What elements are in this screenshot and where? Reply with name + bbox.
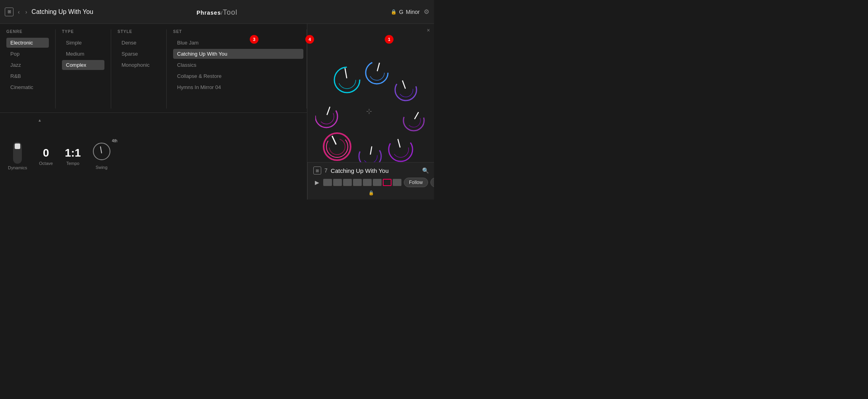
swing-control: 4th 4th Swing	[93, 143, 110, 170]
play-button[interactable]: ▶	[313, 179, 321, 186]
genre-label: GENRE	[6, 29, 49, 34]
genre-item-cinematic[interactable]: Cinematic	[6, 82, 49, 92]
forward-button[interactable]: ›	[24, 9, 29, 15]
wheel-circle-4[interactable]	[403, 110, 424, 131]
type-item-complex[interactable]: Complex	[62, 60, 104, 70]
octave-control: 0 Octave	[39, 147, 53, 166]
close-button[interactable]: ×	[427, 27, 430, 33]
wheel-circle-5[interactable]	[389, 138, 413, 161]
header-right: 🔒 G Minor ⚙	[391, 8, 429, 15]
wheel-container: ⊹	[315, 56, 426, 167]
set-label: SET	[173, 29, 307, 34]
svg-line-15	[332, 136, 336, 145]
wheel-circle-3[interactable]	[395, 79, 417, 101]
header: ⊞ ‹ › Catching Up With You Phrases/Tool …	[0, 0, 434, 24]
key-note: G	[399, 9, 403, 15]
svg-line-10	[398, 139, 400, 147]
octave-value: 0	[43, 147, 49, 159]
svg-point-5	[399, 83, 413, 97]
style-column: STYLE Dense Sparse Monophonic	[111, 29, 167, 108]
set-item-catchingup[interactable]: Catching Up With You	[173, 49, 303, 59]
playback-header: ⊞ 7 Catching Up With You 🔍	[313, 167, 429, 174]
lock-icon: 🔒	[391, 9, 397, 15]
svg-line-8	[415, 112, 419, 119]
style-item-sparse[interactable]: Sparse	[118, 49, 160, 59]
wheel-panel: × 1 2 3 4 ⊹	[307, 24, 434, 200]
header-center: Phrases/Tool	[197, 7, 237, 17]
genre-item-jazz[interactable]: Jazz	[6, 60, 49, 70]
genre-item-electronic[interactable]: Electronic	[6, 38, 49, 48]
annotation-4: 4	[305, 35, 314, 44]
dynamics-slider[interactable]	[13, 142, 22, 164]
dynamics-thumb	[15, 143, 20, 149]
genre-column: GENRE Electronic Pop Jazz R&B Cinematic	[0, 29, 56, 108]
octave-label: Octave	[39, 161, 53, 166]
seq-block-5[interactable]	[363, 179, 372, 186]
playback-app-icon: ⊞	[313, 167, 321, 174]
svg-text:⊹: ⊹	[366, 107, 372, 115]
wheel-circle-7-outer[interactable]	[324, 133, 351, 160]
set-item-bluejam[interactable]: Blue Jam	[173, 38, 303, 48]
style-item-monophonic[interactable]: Monophonic	[118, 60, 160, 70]
settings-button[interactable]: ⚙	[424, 8, 429, 15]
svg-point-3	[369, 65, 384, 80]
seq-block-1[interactable]	[323, 179, 332, 186]
app-logo: Phrases/Tool	[197, 7, 237, 17]
style-item-dense[interactable]: Dense	[118, 38, 160, 48]
swing-line	[100, 146, 102, 153]
seq-block-8[interactable]	[393, 179, 401, 186]
type-item-medium[interactable]: Medium	[62, 49, 104, 59]
app-icon: ⊞	[5, 8, 14, 16]
type-item-simple[interactable]: Simple	[62, 38, 104, 48]
set-list: Blue Jam Catching Up With You Classics C…	[173, 38, 307, 93]
svg-point-7	[407, 114, 420, 127]
tempo-control: 1:1 Tempo	[65, 147, 81, 166]
set-item-hymns[interactable]: Hymns In Mirror 04	[173, 82, 303, 92]
lock-bottom-icon: 🔒	[368, 190, 374, 196]
seq-block-3[interactable]	[343, 179, 352, 186]
tempo-value: 1:1	[65, 147, 81, 159]
annotation-3: 3	[250, 35, 258, 44]
seq-block-4[interactable]	[353, 179, 362, 186]
seq-block-7[interactable]	[383, 179, 392, 186]
app-container: ⊞ ‹ › Catching Up With You Phrases/Tool …	[0, 0, 434, 200]
dynamics-control: Dynamics	[8, 142, 27, 170]
filters-area: GENRE Electronic Pop Jazz R&B Cinematic …	[0, 24, 307, 200]
svg-point-9	[393, 141, 409, 157]
set-item-collapse[interactable]: Collapse & Restore	[173, 71, 303, 81]
genre-item-rnb[interactable]: R&B	[6, 71, 49, 81]
svg-point-11	[363, 149, 377, 163]
key-scale: Minor	[406, 9, 420, 15]
genre-item-pop[interactable]: Pop	[6, 49, 49, 59]
type-column: TYPE Simple Medium Complex	[56, 29, 111, 108]
svg-line-17	[327, 107, 330, 115]
bottom-left-controls: ▲ Dynamics 0 Octave 1:1 Tempo	[0, 112, 307, 200]
search-icon[interactable]: 🔍	[422, 167, 429, 174]
back-button[interactable]: ‹	[17, 9, 21, 15]
svg-line-12	[370, 146, 372, 155]
latch-button[interactable]: Latch	[430, 178, 434, 187]
swing-ordinal: 4th	[112, 139, 118, 143]
swing-knob[interactable]	[93, 143, 110, 160]
wheel-svg: ⊹	[315, 56, 426, 167]
playback-controls: ▶ Follow Latch	[313, 178, 429, 187]
set-column: SET Blue Jam Catching Up With You Classi…	[167, 29, 307, 108]
seq-block-6[interactable]	[373, 179, 382, 186]
swing-label: Swing	[96, 165, 108, 170]
svg-line-2	[345, 68, 347, 78]
filter-row: GENRE Electronic Pop Jazz R&B Cinematic …	[0, 24, 307, 112]
middle-area: GENRE Electronic Pop Jazz R&B Cinematic …	[0, 24, 434, 200]
key-display: 🔒 G Minor	[391, 9, 420, 15]
follow-button[interactable]: Follow	[404, 178, 428, 187]
playback-section: ⊞ 7 Catching Up With You 🔍 ▶	[307, 162, 434, 200]
set-item-classics[interactable]: Classics	[173, 60, 303, 70]
playback-number: 7	[324, 167, 328, 174]
svg-point-16	[319, 109, 334, 124]
logo-light: Tool	[223, 8, 237, 16]
sequence-blocks	[323, 179, 401, 186]
style-label: STYLE	[118, 29, 160, 34]
header-title: Catching Up With You	[31, 8, 93, 15]
collapse-arrow[interactable]: ▲	[38, 116, 42, 123]
tempo-label: Tempo	[66, 161, 79, 166]
seq-block-2[interactable]	[333, 179, 342, 186]
